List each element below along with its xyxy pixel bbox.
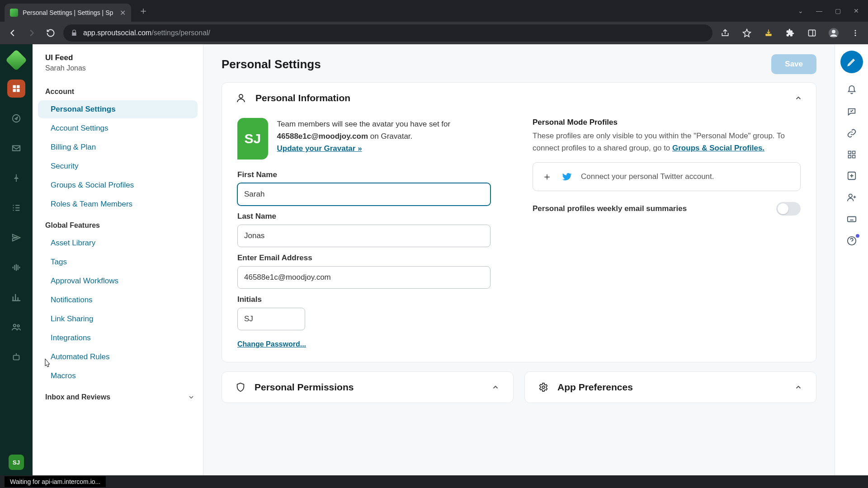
chevron-up-icon	[794, 94, 802, 102]
nav-asset-library[interactable]: Asset Library	[38, 234, 198, 252]
nav-tags[interactable]: Tags	[38, 253, 198, 271]
nav-security[interactable]: Security	[38, 157, 198, 175]
sprout-logo[interactable]	[5, 49, 27, 71]
browser-tab[interactable]: Personal Settings | Settings | Sp ✕	[5, 4, 131, 22]
nav-notifications[interactable]: Notifications	[38, 291, 198, 309]
weekly-summaries-toggle[interactable]	[776, 202, 801, 216]
initials-input[interactable]	[237, 308, 305, 330]
nav-personal-settings[interactable]: Personal Settings	[38, 100, 198, 118]
user-avatar: SJ	[237, 118, 268, 160]
email-input[interactable]	[237, 266, 491, 289]
rail-send-icon[interactable]	[7, 229, 25, 247]
invite-people-icon[interactable]	[847, 192, 857, 202]
save-button[interactable]: Save	[771, 54, 816, 74]
rail-user-avatar[interactable]: SJ	[9, 455, 24, 470]
card-header-permissions[interactable]: Personal Permissions	[222, 372, 513, 403]
card-header-personal-info[interactable]: Personal Information	[222, 83, 816, 113]
nav-automated-rules[interactable]: Automated Rules	[38, 348, 198, 366]
apps-icon[interactable]	[847, 150, 856, 159]
nav-approval-workflows[interactable]: Approval Workflows	[38, 272, 198, 290]
rail-audio-icon[interactable]	[7, 258, 25, 277]
update-gravatar-link[interactable]: Update your Gravatar »	[277, 144, 362, 153]
compose-button[interactable]	[840, 51, 863, 73]
favicon	[10, 9, 18, 17]
rail-compass-icon[interactable]	[7, 109, 25, 127]
profile-icon[interactable]	[827, 27, 840, 39]
card-personal-permissions: Personal Permissions	[222, 371, 514, 403]
notifications-icon[interactable]	[847, 85, 857, 95]
card-title-preferences: App Preferences	[557, 382, 633, 393]
address-bar[interactable]: app.sproutsocial.com/settings/personal/	[63, 24, 712, 42]
user-name: Sarah Jonas	[45, 64, 190, 72]
gear-icon	[538, 382, 548, 392]
sidepanel-icon[interactable]	[806, 27, 818, 39]
messages-icon[interactable]	[847, 107, 857, 117]
chevron-down-icon	[188, 394, 195, 401]
rail-analytics-icon[interactable]	[7, 288, 25, 306]
new-tab-button[interactable]: ＋	[138, 4, 148, 18]
nav-groups-profiles[interactable]: Groups & Social Profiles	[38, 176, 198, 194]
first-name-input[interactable]	[237, 183, 491, 206]
svg-point-4	[855, 30, 856, 31]
close-tab-icon[interactable]: ✕	[120, 9, 126, 17]
link-icon[interactable]	[847, 128, 857, 138]
bookmark-icon[interactable]	[741, 27, 753, 39]
maximize-button[interactable]: ▢	[835, 7, 841, 14]
extensions-icon[interactable]	[784, 27, 797, 39]
svg-point-5	[855, 33, 856, 34]
nav-integrations[interactable]: Integrations	[38, 329, 198, 347]
twitter-icon	[561, 171, 572, 182]
right-rail	[835, 44, 868, 475]
svg-point-12	[14, 324, 16, 327]
nav-account-settings[interactable]: Account Settings	[38, 119, 198, 137]
forward-button[interactable]	[25, 27, 38, 39]
nav-macros[interactable]: Macros	[38, 367, 198, 385]
connect-twitter-button[interactable]: ＋ Connect your personal Twitter account.	[533, 162, 801, 191]
browser-statusbar: Waiting for api-iam.intercom.io...	[0, 475, 868, 488]
nav-billing-plan[interactable]: Billing & Plan	[38, 138, 198, 156]
rail-pin-icon[interactable]	[7, 169, 25, 187]
svg-rect-10	[17, 89, 20, 92]
groups-profiles-link[interactable]: Groups & Social Profiles.	[672, 144, 764, 152]
share-icon[interactable]	[719, 27, 731, 39]
add-panel-icon[interactable]	[847, 171, 857, 181]
svg-rect-9	[13, 89, 16, 92]
browser-toolbar: app.sproutsocial.com/settings/personal/	[0, 22, 868, 44]
svg-point-13	[17, 325, 19, 327]
svg-rect-19	[848, 155, 851, 158]
svg-rect-0	[765, 34, 771, 36]
help-icon[interactable]	[847, 236, 857, 246]
pmp-heading: Personal Mode Profiles	[533, 118, 801, 127]
card-header-preferences[interactable]: App Preferences	[525, 372, 816, 403]
rail-people-icon[interactable]	[7, 318, 25, 336]
svg-rect-20	[852, 155, 855, 158]
section-inbox-label: Inbox and Reviews	[45, 393, 110, 401]
rail-list-icon[interactable]	[7, 199, 25, 217]
tab-title: Personal Settings | Settings | Sp	[23, 9, 115, 16]
back-button[interactable]	[6, 27, 19, 39]
close-window-button[interactable]: ✕	[854, 7, 859, 14]
browser-tabstrip: Personal Settings | Settings | Sp ✕ ＋ ⌄ …	[0, 0, 868, 22]
nav-link-sharing[interactable]: Link Sharing	[38, 310, 198, 328]
last-name-input[interactable]	[237, 225, 491, 247]
left-rail: SJ	[0, 44, 33, 475]
nav-roles-team[interactable]: Roles & Team Members	[38, 195, 198, 213]
change-password-link[interactable]: Change Password...	[237, 340, 306, 348]
rail-bot-icon[interactable]	[7, 348, 25, 366]
minimize-button[interactable]: ―	[816, 7, 822, 14]
download-icon[interactable]	[762, 27, 775, 39]
svg-point-22	[849, 194, 852, 197]
keyboard-icon[interactable]	[847, 214, 857, 224]
first-name-label: First Name	[237, 170, 505, 179]
rail-dashboard-icon[interactable]	[7, 80, 25, 98]
svg-rect-7	[13, 85, 16, 89]
rail-inbox-icon[interactable]	[7, 139, 25, 157]
section-account: Account	[33, 80, 203, 99]
tabs-dropdown-icon[interactable]: ⌄	[798, 7, 803, 14]
email-label: Enter Email Address	[237, 253, 505, 263]
section-inbox-reviews[interactable]: Inbox and Reviews	[33, 386, 203, 405]
section-global: Global Features	[33, 214, 203, 233]
reload-button[interactable]	[44, 27, 57, 39]
menu-icon[interactable]	[849, 27, 862, 39]
plus-icon: ＋	[542, 170, 552, 183]
